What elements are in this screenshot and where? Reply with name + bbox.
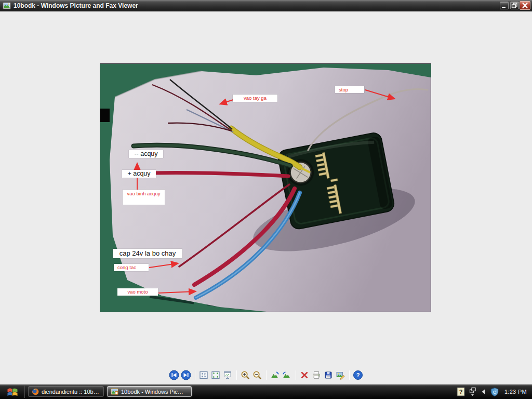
annotation-minus-acquy: -- acquy [129, 150, 163, 158]
annotation-vao-binh-acquy: vao binh acquy [123, 190, 165, 205]
viewer-client-area: vao tay ga stop -- acquy + acquy vao bin… [0, 11, 532, 384]
zoom-out-icon [252, 370, 262, 380]
zoom-in-icon [240, 370, 250, 380]
annotation-plus-acquy: + acquy [122, 170, 156, 178]
next-image-button[interactable] [180, 369, 192, 381]
zoom-in-button[interactable] [240, 369, 251, 381]
close-button[interactable] [520, 1, 530, 10]
system-tray: ? C 1:23 PM [457, 384, 527, 399]
security-shield-icon[interactable]: C [490, 387, 499, 397]
viewer-toolbar: ? [0, 368, 532, 382]
previous-image-icon [169, 370, 179, 380]
svg-text:C: C [493, 389, 497, 394]
actual-size-button[interactable] [210, 369, 222, 381]
hide-icons-chevron-icon[interactable] [481, 389, 486, 395]
rotate-counterclockwise-button[interactable] [281, 369, 293, 381]
windows-logo-icon [6, 387, 19, 397]
svg-text:?: ? [459, 389, 463, 395]
toolbar-separator [266, 370, 267, 380]
window-title: 10bodk - Windows Picture and Fax Viewer [14, 0, 138, 11]
help-icon: ? [353, 370, 363, 380]
svg-text:?: ? [356, 372, 360, 378]
help-button[interactable]: ? [352, 369, 364, 381]
toolbar-separator [296, 370, 296, 380]
close-icon [522, 3, 528, 8]
best-fit-button[interactable] [198, 369, 210, 381]
start-slideshow-icon [222, 370, 233, 380]
edit-icon [335, 370, 345, 380]
start-slideshow-button[interactable] [222, 369, 234, 381]
display-icon[interactable] [469, 387, 476, 396]
restore-icon [511, 3, 518, 8]
actual-size-icon [210, 370, 221, 380]
minimize-button[interactable] [500, 2, 509, 9]
edit-button[interactable] [335, 369, 347, 381]
rotate-clockwise-button[interactable] [269, 369, 281, 381]
annotation-cong-tac: cong tac [114, 264, 149, 271]
taskbar: diendandientu :: 10b… 10bodk - Windows P… [0, 384, 532, 399]
minimize-icon [501, 3, 508, 8]
desktop: 10bodk - Windows Picture and Fax Viewer [0, 0, 532, 399]
rotate-counterclockwise-icon [282, 370, 292, 380]
save-button[interactable] [323, 369, 335, 381]
print-icon [311, 370, 322, 380]
firefox-icon [32, 388, 39, 395]
restore-button[interactable] [510, 2, 519, 9]
toolbar-separator [236, 370, 237, 380]
language-help-icon[interactable]: ? [457, 387, 465, 396]
taskbar-button-label: 10bodk - Windows Pic… [121, 389, 183, 395]
annotation-vao-tay-ga: vao tay ga [233, 95, 277, 102]
picture-viewer-icon [3, 2, 11, 10]
toolbar-separator [349, 370, 350, 380]
best-fit-icon [198, 370, 209, 380]
window-titlebar: 10bodk - Windows Picture and Fax Viewer [0, 0, 532, 11]
photo-canvas: vao tay ga stop -- acquy + acquy vao bin… [100, 63, 431, 312]
taskbar-button-browser[interactable]: diendandientu :: 10b… [28, 386, 104, 397]
picture-viewer-icon [111, 388, 118, 395]
rotate-clockwise-icon [270, 370, 280, 380]
taskbar-button-picture-viewer[interactable]: 10bodk - Windows Pic… [107, 386, 192, 397]
taskbar-button-label: diendandientu :: 10b… [42, 389, 99, 395]
annotation-cap-24v: cap 24v la bo chay [113, 249, 182, 258]
clock: 1:23 PM [503, 389, 527, 395]
print-button[interactable] [311, 369, 323, 381]
next-image-icon [181, 370, 191, 380]
toolbar-separator [195, 370, 195, 380]
delete-icon [299, 370, 310, 380]
start-button[interactable] [5, 387, 20, 397]
save-icon [323, 370, 334, 380]
zoom-out-button[interactable] [251, 369, 263, 381]
taskbar-divider [24, 385, 25, 398]
annotation-vao-moto: vao moto [117, 288, 158, 296]
previous-image-button[interactable] [168, 369, 180, 381]
delete-button[interactable] [299, 369, 311, 381]
annotation-stop: stop [335, 86, 364, 93]
